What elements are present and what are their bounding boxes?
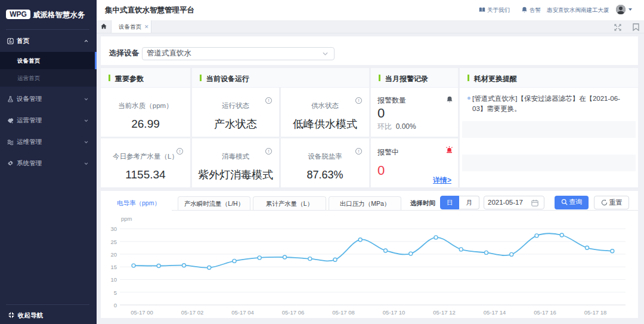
svg-text:05-17 12: 05-17 12 [433, 309, 456, 316]
svg-text:05-17 16: 05-17 16 [534, 309, 556, 316]
svg-text:05-17 04: 05-17 04 [231, 309, 254, 316]
svg-text:05-17 10: 05-17 10 [383, 309, 405, 316]
svg-text:05-17 08: 05-17 08 [332, 309, 355, 316]
svg-text:0: 0 [114, 302, 117, 308]
svg-text:ppm: ppm [121, 215, 132, 222]
svg-text:25: 25 [110, 239, 117, 245]
svg-text:30: 30 [110, 226, 117, 232]
svg-text:15: 15 [110, 264, 117, 270]
svg-text:05-17 02: 05-17 02 [181, 309, 204, 316]
svg-text:05-17 14: 05-17 14 [484, 309, 506, 316]
svg-text:20: 20 [110, 251, 117, 258]
svg-text:05-17 00: 05-17 00 [131, 309, 153, 316]
svg-text:5: 5 [114, 289, 117, 296]
svg-text:05-17 06: 05-17 06 [282, 309, 305, 316]
svg-text:05-17 18: 05-17 18 [584, 309, 607, 316]
svg-text:10: 10 [110, 276, 117, 283]
